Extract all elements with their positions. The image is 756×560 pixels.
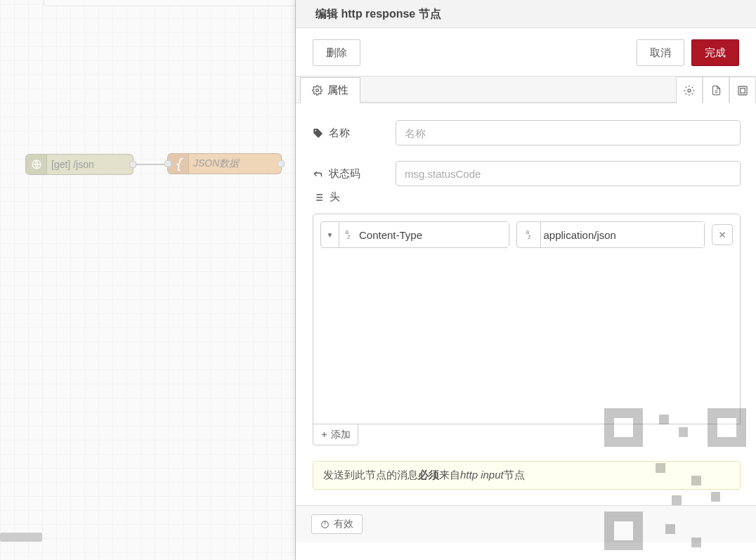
node-http-in[interactable]: [get] /json xyxy=(25,154,133,175)
headers-list[interactable]: ▼ az az xyxy=(313,214,741,424)
canvas-dim-overlay xyxy=(0,0,295,560)
enabled-toggle[interactable]: 有效 xyxy=(311,514,363,534)
node-label: [get] /json xyxy=(51,159,94,170)
tab-appearance-button[interactable] xyxy=(729,77,756,103)
panel-title: 编辑 http response 节点 xyxy=(296,0,756,28)
row-name: 名称 xyxy=(313,120,741,145)
svg-rect-4 xyxy=(741,88,745,93)
az-icon: az xyxy=(339,222,356,247)
cancel-button[interactable]: 取消 xyxy=(637,39,684,66)
svg-rect-3 xyxy=(738,86,747,95)
delete-button[interactable]: 删除 xyxy=(313,39,360,66)
label-headers: 头 xyxy=(313,190,741,204)
label-name: 名称 xyxy=(313,126,386,140)
node-input-port[interactable] xyxy=(164,160,171,167)
header-key-value[interactable] xyxy=(356,222,509,247)
layout-icon xyxy=(737,85,748,96)
wire[interactable] xyxy=(133,164,167,165)
canvas-tab-strip-edge xyxy=(44,0,296,6)
name-input[interactable] xyxy=(396,120,741,145)
row-status: 状态码 xyxy=(313,161,741,186)
header-row: ▼ az az xyxy=(320,221,733,248)
node-label: JSON数据 xyxy=(193,157,239,170)
node-json-template[interactable]: { JSON数据 xyxy=(167,153,282,174)
gear-icon xyxy=(684,85,695,96)
header-value-value[interactable] xyxy=(541,222,705,247)
close-icon xyxy=(718,230,726,239)
done-button[interactable]: 完成 xyxy=(691,39,739,66)
node-output-port[interactable] xyxy=(278,160,285,167)
label-status: 状态码 xyxy=(313,167,386,181)
panel-footer: 有效 xyxy=(296,505,756,542)
tab-properties[interactable]: 属性 xyxy=(300,77,360,103)
tag-icon xyxy=(313,128,323,138)
type-toggle[interactable]: ▼ xyxy=(321,222,339,247)
panel-action-bar: 删除 取消 完成 xyxy=(296,28,756,77)
file-icon xyxy=(711,85,722,96)
az-icon: az xyxy=(517,222,541,247)
tab-settings-button[interactable] xyxy=(676,77,703,103)
tab-description-button[interactable] xyxy=(703,77,729,103)
list-icon xyxy=(313,192,324,203)
status-code-input[interactable] xyxy=(396,161,741,186)
edit-panel: 编辑 http response 节点 删除 取消 完成 属性 xyxy=(295,0,756,560)
power-icon xyxy=(320,520,330,529)
reply-icon xyxy=(313,169,323,179)
edit-tabs: 属性 xyxy=(296,77,756,103)
tip-message: 发送到此节点的消息必须来自http input节点 xyxy=(313,461,741,490)
gear-icon xyxy=(312,85,322,96)
header-value-input[interactable]: az xyxy=(516,221,705,248)
flow-canvas[interactable]: [get] /json { JSON数据 xyxy=(0,0,295,560)
add-header-button[interactable]: 添加 xyxy=(313,424,358,445)
globe-icon xyxy=(26,155,47,174)
plus-icon xyxy=(320,431,328,438)
tab-label: 属性 xyxy=(327,84,348,97)
node-output-port[interactable] xyxy=(129,161,136,168)
svg-point-1 xyxy=(316,89,319,92)
delete-header-button[interactable] xyxy=(712,224,733,245)
header-key-input[interactable]: ▼ az xyxy=(320,221,509,248)
svg-point-2 xyxy=(688,89,691,92)
horizontal-scrollbar[interactable] xyxy=(0,533,42,542)
